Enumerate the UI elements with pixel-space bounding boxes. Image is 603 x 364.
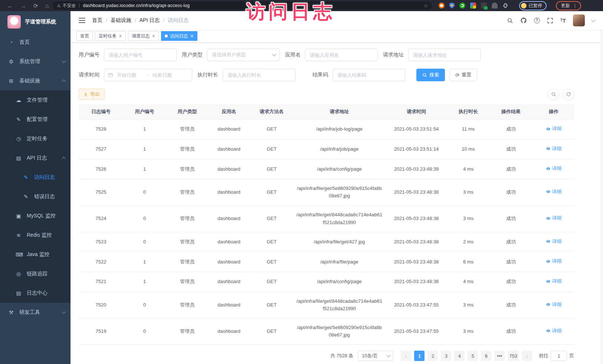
user-type-cell: 管理员 — [166, 318, 209, 345]
extension-icon[interactable] — [470, 3, 476, 9]
sidebar-item-error-log[interactable]: ✎ 错误日志 — [0, 187, 71, 206]
end-date-input[interactable] — [152, 72, 180, 78]
extension-icon[interactable] — [459, 3, 465, 9]
duration-cell: 3 ms — [448, 179, 489, 206]
goto-page-input[interactable] — [551, 351, 567, 361]
scrollbar[interactable] — [600, 11, 603, 364]
extension-icon[interactable] — [492, 3, 498, 9]
result-code-input[interactable] — [332, 69, 405, 81]
page-number-button[interactable]: 5 — [468, 351, 478, 361]
tags-view: 首页 定时任务 ✕ 调度日志 ✕ 访问日志 ✕ — [71, 30, 603, 43]
close-icon[interactable]: ✕ — [152, 34, 155, 38]
next-page-button[interactable]: › — [522, 351, 532, 361]
tab-access-log[interactable]: 访问日志 ✕ — [161, 31, 197, 41]
close-icon[interactable]: ✕ — [119, 34, 122, 38]
sidebar-item-trace[interactable]: ◎ 链路追踪 — [0, 264, 71, 283]
help-icon[interactable]: ? — [534, 17, 540, 23]
page-number-button[interactable]: 6 — [481, 351, 491, 361]
request-url-cell: /api/infra/job-log/page — [294, 119, 385, 140]
fullscreen-icon[interactable] — [547, 17, 553, 24]
reload-icon[interactable]: ⟳ — [33, 3, 38, 9]
shield-extension-icon[interactable] — [449, 3, 455, 9]
detail-link[interactable]: 详细 — [546, 278, 562, 285]
detail-link[interactable]: 详细 — [546, 145, 562, 153]
sidebar-item-dev-tools[interactable]: ⚒ 研发工具 — [0, 303, 71, 322]
extensions-puzzle-icon[interactable] — [502, 3, 508, 9]
reset-button[interactable]: ⟳ 重置 — [449, 69, 477, 81]
sidebar-item-redis-monitor[interactable]: ≋ Redis 监控 — [0, 226, 71, 245]
breadcrumb-api-log[interactable]: API 日志 — [140, 17, 160, 24]
sidebar-toggle-icon[interactable] — [79, 18, 85, 23]
breadcrumb-infra[interactable]: 基础设施 — [111, 17, 131, 24]
app-name-input[interactable] — [305, 49, 378, 61]
sidebar-item-java-monitor[interactable]: ⌨ Java 监控 — [0, 245, 71, 264]
bookmark-star-icon[interactable]: ☆ — [424, 3, 428, 9]
detail-link[interactable]: 详细 — [546, 214, 562, 222]
page-size-select[interactable]: 10条/页 — [358, 351, 393, 361]
close-icon[interactable]: ✕ — [190, 34, 193, 38]
start-date-input[interactable] — [116, 72, 144, 78]
url-text[interactable]: dashboard.yudao.iocoder.cn/infra/log/api… — [83, 3, 190, 8]
detail-link[interactable]: 详细 — [546, 125, 562, 132]
page-number-button[interactable]: 3 — [441, 351, 451, 361]
browser-update-button[interactable]: 更新 ⋮ — [556, 1, 581, 10]
sidebar-item-config-management[interactable]: ✎ 配置管理 — [0, 110, 71, 129]
refresh-button[interactable] — [563, 89, 574, 100]
export-button[interactable]: 导出 — [79, 89, 105, 100]
result-cell: 成功 — [489, 179, 533, 206]
detail-link[interactable]: 详细 — [546, 165, 562, 172]
prev-page-button[interactable]: ‹ — [401, 351, 411, 361]
browser-menu-icon[interactable]: ⋮ — [573, 3, 577, 9]
actions-cell: 详细 — [533, 206, 574, 232]
profile-paused-badge[interactable]: 已暂停 — [519, 1, 547, 10]
sidebar-item-file-management[interactable]: ☁ 文件管理 — [0, 91, 71, 110]
duration-input[interactable] — [223, 69, 295, 81]
tab-scheduled-tasks[interactable]: 定时任务 ✕ — [95, 31, 126, 41]
page-number-button[interactable]: 2 — [427, 351, 438, 361]
detail-link[interactable]: 详细 — [546, 238, 562, 245]
request-url-input[interactable] — [408, 49, 481, 61]
sidebar-item-log-center[interactable]: ▤ 日志中心 — [0, 283, 71, 303]
eye-icon — [546, 189, 551, 194]
tab-home[interactable]: 首页 — [76, 31, 93, 41]
detail-link[interactable]: 详细 — [546, 258, 562, 265]
tab-job-log[interactable]: 调度日志 ✕ — [128, 31, 159, 41]
chevron-down-icon[interactable] — [591, 18, 595, 22]
sidebar-item-scheduled-tasks[interactable]: ◷ 定时任务 — [0, 129, 71, 148]
page-number-button[interactable]: 753 — [508, 351, 519, 361]
calendar-icon — [108, 72, 113, 78]
extension-icon[interactable] — [439, 3, 445, 9]
sidebar-item-access-log[interactable]: ✎ 访问日志 — [0, 168, 71, 187]
address-divider — [79, 3, 79, 8]
security-label[interactable]: 不安全 — [63, 3, 76, 9]
font-size-icon[interactable]: TT — [560, 18, 566, 23]
sidebar-item-api-log[interactable]: ▤ API 日志 — [0, 148, 71, 168]
address-bar[interactable]: ⚠ 不安全 dashboard.yudao.iocoder.cn/infra/l… — [53, 1, 432, 10]
search-icon[interactable] — [507, 17, 513, 24]
page-number-button[interactable]: 1 — [414, 351, 425, 361]
github-icon[interactable] — [520, 17, 527, 24]
home-icon[interactable]: ⌂ — [46, 3, 49, 9]
actions-cell: 详细 — [533, 139, 574, 159]
page-number-button[interactable]: ••• — [494, 351, 505, 361]
sidebar-item-infra[interactable]: ⊞ 基础设施 — [0, 71, 71, 91]
date-range-picker[interactable]: - — [104, 69, 192, 81]
detail-link[interactable]: 详细 — [546, 327, 562, 335]
user-type-select[interactable]: 请选择用户类型 — [207, 49, 280, 61]
sidebar-item-mysql-monitor[interactable]: ▣ MySQL 监控 — [0, 206, 71, 226]
user-id-input[interactable] — [104, 49, 177, 61]
search-button[interactable]: 搜索 — [416, 69, 445, 81]
sidebar-item-home[interactable]: ◔ 首页 — [0, 33, 71, 52]
detail-link[interactable]: 详细 — [546, 301, 562, 308]
duration-cell: 3 ms — [448, 318, 489, 345]
extension-icon[interactable] — [481, 3, 487, 9]
page-number-button[interactable]: 4 — [454, 351, 465, 361]
sidebar-item-system[interactable]: ⚙ 系统管理 — [0, 52, 71, 71]
avatar[interactable] — [573, 14, 585, 26]
back-icon[interactable]: ← — [7, 3, 13, 9]
detail-link[interactable]: 详细 — [546, 188, 562, 196]
toggle-search-button[interactable] — [548, 89, 559, 100]
app-logo-row[interactable]: 芋道管理系统 — [0, 11, 71, 33]
forward-icon[interactable]: → — [20, 3, 26, 9]
breadcrumb-home[interactable]: 首页 — [92, 17, 102, 24]
